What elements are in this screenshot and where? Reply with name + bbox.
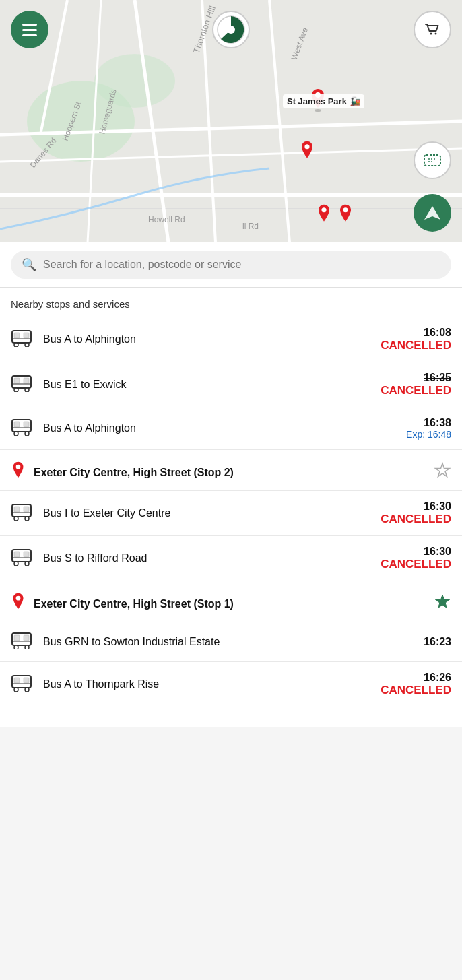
star-button-stop1[interactable] bbox=[434, 462, 451, 484]
svg-marker-29 bbox=[424, 206, 440, 220]
service-time-2: 16:35 CANCELLED bbox=[381, 372, 451, 397]
content-section: Nearby stops and services Bus A to Alphi… bbox=[0, 288, 462, 727]
svg-point-40 bbox=[14, 388, 18, 392]
svg-rect-56 bbox=[14, 552, 20, 557]
bus-icon bbox=[11, 503, 32, 523]
stop-title-left-2: Exeter City Centre, High Street (Stop 1) bbox=[11, 592, 234, 616]
service-time: 16:30 CANCELLED bbox=[381, 546, 451, 571]
svg-rect-44 bbox=[24, 422, 29, 427]
svg-point-22 bbox=[321, 207, 326, 212]
search-input[interactable] bbox=[43, 259, 440, 271]
svg-rect-31 bbox=[14, 333, 20, 338]
train-icon: 🚂 bbox=[350, 96, 360, 106]
bus-icon bbox=[11, 329, 32, 350]
service-row[interactable]: Bus S to Rifford Road 16:30 CANCELLED bbox=[0, 535, 462, 581]
svg-point-53 bbox=[14, 517, 18, 521]
svg-point-26 bbox=[430, 33, 432, 35]
service-time: 16:26 CANCELLED bbox=[381, 672, 451, 697]
top-services-block: Bus A to Alphington 16:08 CANCELLED Bus … bbox=[0, 317, 462, 449]
stop-title-row-2[interactable]: Exeter City Centre, High Street (Stop 1) bbox=[0, 581, 462, 622]
svg-rect-64 bbox=[24, 635, 29, 641]
svg-rect-28 bbox=[424, 155, 440, 166]
svg-point-48 bbox=[16, 465, 21, 469]
cart-button[interactable] bbox=[414, 11, 451, 48]
star-button-stop2[interactable] bbox=[434, 593, 451, 615]
svg-text:ll Rd: ll Rd bbox=[242, 222, 259, 231]
service-time: 16:23 bbox=[384, 636, 451, 648]
svg-point-25 bbox=[227, 26, 235, 34]
stop-title-left-1: Exeter City Centre, High Street (Stop 2) bbox=[11, 461, 234, 485]
svg-rect-50 bbox=[14, 507, 20, 512]
svg-rect-38 bbox=[24, 378, 29, 383]
service-time: 16:30 CANCELLED bbox=[381, 500, 451, 526]
stop-pin-icon-2 bbox=[11, 592, 26, 616]
stop-group-1: Exeter City Centre, High Street (Stop 2) bbox=[0, 449, 462, 581]
svg-rect-43 bbox=[14, 422, 20, 427]
svg-rect-57 bbox=[24, 552, 29, 557]
bus-icon bbox=[11, 548, 32, 568]
svg-point-23 bbox=[343, 207, 348, 212]
timer-circle[interactable] bbox=[212, 11, 250, 48]
svg-point-35 bbox=[25, 343, 29, 347]
search-bar[interactable]: 🔍 bbox=[11, 251, 451, 279]
ticket-button[interactable] bbox=[414, 141, 451, 179]
service-row[interactable]: Bus A to Alphington 16:08 CANCELLED bbox=[0, 317, 462, 362]
svg-rect-69 bbox=[14, 678, 20, 683]
svg-point-66 bbox=[14, 645, 18, 649]
service-row[interactable]: Bus E1 to Exwick 16:35 CANCELLED bbox=[0, 362, 462, 407]
service-row[interactable]: Bus A to Alphington 16:38 Exp: 16:48 bbox=[0, 407, 462, 449]
svg-rect-37 bbox=[14, 378, 20, 383]
svg-point-41 bbox=[25, 388, 29, 392]
search-icon: 🔍 bbox=[22, 257, 36, 272]
stop-pin-icon bbox=[11, 461, 26, 485]
stop-title-row-1[interactable]: Exeter City Centre, High Street (Stop 2) bbox=[0, 449, 462, 490]
stop-label-st-james: St James Park 🚂 bbox=[283, 94, 364, 108]
my-location-button[interactable] bbox=[414, 194, 451, 232]
svg-text:Howell Rd: Howell Rd bbox=[148, 215, 185, 224]
bus-icon bbox=[11, 374, 32, 395]
nearby-section-header: Nearby stops and services bbox=[0, 288, 462, 317]
map-pin-4 bbox=[338, 203, 353, 228]
svg-rect-32 bbox=[24, 333, 29, 338]
svg-point-61 bbox=[16, 596, 21, 601]
svg-point-67 bbox=[25, 645, 29, 649]
bus-icon bbox=[11, 418, 32, 438]
svg-rect-51 bbox=[24, 507, 29, 512]
svg-rect-63 bbox=[14, 635, 20, 641]
svg-point-47 bbox=[25, 432, 29, 436]
svg-rect-70 bbox=[24, 678, 29, 683]
map-view: Thornton Hill Hoopern St Horseguards Dan… bbox=[0, 0, 462, 242]
service-row[interactable]: Bus I to Exeter City Centre 16:30 CANCEL… bbox=[0, 490, 462, 535]
svg-point-73 bbox=[25, 688, 29, 692]
search-section: 🔍 bbox=[0, 242, 462, 288]
bus-icon bbox=[11, 632, 32, 652]
service-row[interactable]: Bus GRN to Sowton Industrial Estate 16:2… bbox=[0, 622, 462, 661]
svg-point-46 bbox=[14, 432, 18, 436]
svg-point-59 bbox=[14, 562, 18, 566]
svg-point-54 bbox=[25, 517, 29, 521]
svg-point-27 bbox=[435, 33, 437, 35]
stop-group-2: Exeter City Centre, High Street (Stop 1) bbox=[0, 581, 462, 707]
bus-icon bbox=[11, 674, 32, 694]
svg-point-21 bbox=[304, 144, 309, 149]
map-pin-2 bbox=[300, 140, 315, 164]
map-pin-3 bbox=[317, 203, 331, 228]
service-time-3: 16:38 Exp: 16:48 bbox=[384, 417, 451, 440]
service-time-1: 16:08 CANCELLED bbox=[381, 327, 451, 352]
svg-point-72 bbox=[14, 688, 18, 692]
svg-point-19 bbox=[315, 109, 321, 112]
menu-button[interactable] bbox=[11, 11, 48, 48]
svg-point-60 bbox=[25, 562, 29, 566]
service-row[interactable]: Bus A to Thornpark Rise 16:26 CANCELLED bbox=[0, 661, 462, 707]
svg-point-34 bbox=[14, 343, 18, 347]
